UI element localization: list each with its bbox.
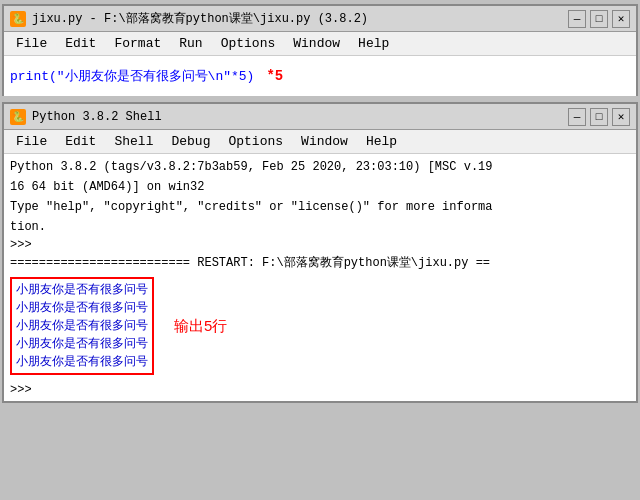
output-box: 小朋友你是否有很多问号 小朋友你是否有很多问号 小朋友你是否有很多问号 小朋友你… bbox=[10, 277, 154, 375]
shell-menu-options[interactable]: Options bbox=[220, 132, 291, 151]
editor-title-text: jixu.py - F:\部落窝教育python课堂\jixu.py (3.8.… bbox=[32, 10, 368, 27]
shell-icon: 🐍 bbox=[10, 109, 26, 125]
shell-maximize-button[interactable]: □ bbox=[590, 108, 608, 126]
shell-menu-file[interactable]: File bbox=[8, 132, 55, 151]
shell-window: 🐍 Python 3.8.2 Shell — □ ✕ File Edit She… bbox=[2, 102, 638, 403]
editor-icon: 🐍 bbox=[10, 11, 26, 27]
output-line-0: 小朋友你是否有很多问号 bbox=[16, 281, 148, 299]
editor-menu-help[interactable]: Help bbox=[350, 34, 397, 53]
shell-close-button[interactable]: ✕ bbox=[612, 108, 630, 126]
shell-title-text: Python 3.8.2 Shell bbox=[32, 110, 162, 124]
shell-divider: ========================= RESTART: F:\部落… bbox=[10, 254, 630, 271]
output-line-3: 小朋友你是否有很多问号 bbox=[16, 335, 148, 353]
editor-menu-edit[interactable]: Edit bbox=[57, 34, 104, 53]
editor-title-bar: 🐍 jixu.py - F:\部落窝教育python课堂\jixu.py (3.… bbox=[4, 6, 636, 32]
shell-title-bar: 🐍 Python 3.8.2 Shell — □ ✕ bbox=[4, 104, 636, 130]
output-line-4: 小朋友你是否有很多问号 bbox=[16, 353, 148, 371]
editor-title-left: 🐍 jixu.py - F:\部落窝教育python课堂\jixu.py (3.… bbox=[10, 10, 368, 27]
shell-content-area: Python 3.8.2 (tags/v3.8.2:7b3ab59, Feb 2… bbox=[4, 154, 636, 401]
editor-menu-format[interactable]: Format bbox=[106, 34, 169, 53]
editor-minimize-button[interactable]: — bbox=[568, 10, 586, 28]
shell-prompt1: >>> bbox=[10, 238, 630, 252]
shell-menu-help[interactable]: Help bbox=[358, 132, 405, 151]
shell-minimize-button[interactable]: — bbox=[568, 108, 586, 126]
editor-menu-bar: File Edit Format Run Options Window Help bbox=[4, 32, 636, 56]
shell-menu-edit[interactable]: Edit bbox=[57, 132, 104, 151]
shell-prompt2: >>> bbox=[10, 383, 630, 397]
editor-menu-run[interactable]: Run bbox=[171, 34, 210, 53]
editor-menu-options[interactable]: Options bbox=[213, 34, 284, 53]
editor-close-button[interactable]: ✕ bbox=[612, 10, 630, 28]
shell-info-line1: Python 3.8.2 (tags/v3.8.2:7b3ab59, Feb 2… bbox=[10, 158, 630, 176]
shell-menu-bar: File Edit Shell Debug Options Window Hel… bbox=[4, 130, 636, 154]
code-annotation: *5 bbox=[266, 68, 283, 84]
editor-menu-file[interactable]: File bbox=[8, 34, 55, 53]
shell-menu-window[interactable]: Window bbox=[293, 132, 356, 151]
editor-window: 🐍 jixu.py - F:\部落窝教育python课堂\jixu.py (3.… bbox=[2, 4, 638, 96]
shell-controls: — □ ✕ bbox=[568, 108, 630, 126]
shell-title-left: 🐍 Python 3.8.2 Shell bbox=[10, 109, 162, 125]
shell-menu-debug[interactable]: Debug bbox=[163, 132, 218, 151]
editor-maximize-button[interactable]: □ bbox=[590, 10, 608, 28]
output-annotation: 输出5行 bbox=[174, 317, 227, 336]
editor-menu-window[interactable]: Window bbox=[285, 34, 348, 53]
shell-menu-shell[interactable]: Shell bbox=[106, 132, 161, 151]
code-line: print("小朋友你是否有很多问号\n"*5) bbox=[10, 67, 254, 85]
shell-info-line4: tion. bbox=[10, 218, 630, 236]
output-line-2: 小朋友你是否有很多问号 bbox=[16, 317, 148, 335]
shell-info-line2: 16 64 bit (AMD64)] on win32 bbox=[10, 178, 630, 196]
output-line-1: 小朋友你是否有很多问号 bbox=[16, 299, 148, 317]
output-section: 小朋友你是否有很多问号 小朋友你是否有很多问号 小朋友你是否有很多问号 小朋友你… bbox=[10, 273, 630, 379]
shell-info-line3: Type "help", "copyright", "credits" or "… bbox=[10, 198, 630, 216]
editor-code-area[interactable]: print("小朋友你是否有很多问号\n"*5) *5 bbox=[4, 56, 636, 96]
editor-controls: — □ ✕ bbox=[568, 10, 630, 28]
